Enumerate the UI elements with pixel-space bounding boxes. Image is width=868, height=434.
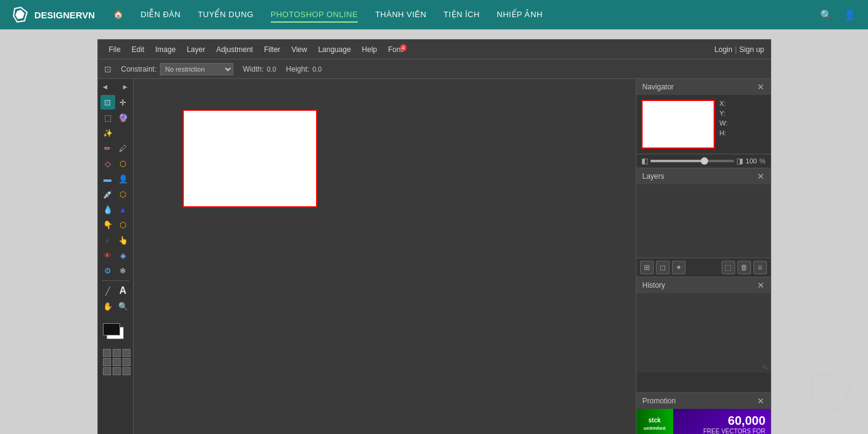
layers-close[interactable]: ✕ (757, 171, 764, 181)
rect-shape-tool[interactable]: ▬ (100, 171, 115, 186)
resize-handle[interactable]: ⤡ (762, 363, 768, 372)
menu-file[interactable]: File (104, 43, 126, 56)
constraint-select[interactable]: No restriction (160, 63, 233, 75)
layer-add-btn[interactable]: ◻ (656, 261, 670, 274)
water-drop-tool[interactable]: 💧 (100, 202, 115, 217)
eyedropper-tool[interactable]: 💉 (100, 187, 115, 201)
canvas-area[interactable] (134, 79, 636, 434)
burn-tool[interactable]: ● (100, 233, 115, 247)
stamp-tool[interactable]: 👤 (116, 171, 130, 186)
nav-h: H: (720, 129, 728, 137)
layers-header: Layers ✕ (636, 168, 771, 184)
height-label: Height: (286, 65, 309, 73)
right-panels: Navigator ✕ X: Y: W: H: ◧ (636, 79, 771, 434)
nav-links: 🏠 DIỄN ĐÀN TUYỂN DỤNG PHOTOSHOP ONLINE T… (113, 7, 802, 23)
nav-jobs[interactable]: TUYỂN DỤNG (198, 7, 254, 23)
snowflake-tool[interactable]: ❄ (116, 263, 130, 278)
color-swatches[interactable] (103, 323, 131, 342)
brush-tool[interactable]: 🖊 (116, 141, 130, 155)
nav-w: W: (720, 119, 728, 127)
zoom-percent: % (760, 157, 766, 165)
promo-free-text: FREE VECTORS FOR (703, 428, 766, 434)
constraint-label: Constraint: (121, 65, 157, 73)
zoom-out-icon[interactable]: ◧ (641, 157, 648, 165)
promotion-content[interactable]: stckunlimited 60,000 FREE VECTORS FOR (636, 409, 771, 434)
fill-tool[interactable]: ⬡ (116, 156, 130, 171)
zoom-tool[interactable]: 🔍 (116, 299, 130, 313)
move-tool[interactable]: ✛ (116, 95, 130, 110)
svg-line-3 (822, 386, 840, 405)
menu-adjustment[interactable]: Adjustment (211, 43, 258, 56)
toolbar-nav: ◄ ► (98, 81, 133, 92)
pencil-tool[interactable]: ✏ (100, 141, 115, 155)
promotion-close[interactable]: ✕ (757, 396, 764, 406)
pan-tool[interactable]: ✋ (100, 299, 115, 313)
toolbar-prev[interactable]: ◄ (102, 83, 109, 91)
blur-tool[interactable]: 👆 (116, 233, 130, 247)
crop-icon[interactable]: ⊡ (104, 64, 111, 74)
search-icon[interactable]: 🔍 (820, 9, 832, 21)
watermark (807, 371, 856, 422)
grid-cell (113, 367, 121, 375)
menu-filter[interactable]: Filter (259, 43, 285, 56)
history-close[interactable]: ✕ (757, 280, 764, 290)
width-value: 0.0 (267, 65, 276, 73)
nav-members[interactable]: THÀNH VIÊN (375, 7, 426, 23)
site-logo[interactable]: DESIGNERVN (12, 6, 95, 23)
toolbar-next[interactable]: ► (122, 83, 129, 91)
nav-utilities[interactable]: TIỆN ÍCH (443, 7, 480, 23)
promo-number: 60,000 (728, 414, 765, 428)
zoom-in-icon[interactable]: ◨ (736, 157, 743, 165)
nav-forum[interactable]: DIỄN ĐÀN (140, 7, 180, 23)
navigator-close[interactable]: ✕ (757, 82, 764, 92)
tool-grid: ⊡ ✛ ⬚ 🔮 ✨ ✏ 🖊 ◇ ⬡ ▬ 👤 (98, 95, 133, 278)
zoom-slider[interactable] (651, 160, 734, 162)
layer-mask-btn[interactable]: ⬚ (722, 261, 735, 274)
menu-image[interactable]: Image (151, 43, 181, 56)
menu-help[interactable]: Help (357, 43, 382, 56)
foreground-color-swatch[interactable] (103, 323, 120, 335)
menu-view[interactable]: View (287, 43, 312, 56)
select-tool[interactable]: ⊡ (100, 95, 115, 110)
smudge-tool[interactable]: ⬡ (116, 217, 130, 232)
grid-cell (113, 349, 121, 357)
eraser-tool[interactable]: ◇ (100, 156, 115, 171)
editor-container: File Edit Image Layer Adjustment Filter … (97, 39, 771, 434)
nav-photoshop[interactable]: PHOTOSHOP ONLINE (271, 7, 358, 23)
signup-button[interactable]: Sign up (739, 45, 764, 54)
menu-language[interactable]: Language (313, 43, 355, 56)
nav-photography[interactable]: NHIẾP ẢNH (497, 7, 543, 23)
lasso-tool[interactable]: 🔮 (116, 110, 130, 125)
login-button[interactable]: Login (714, 45, 732, 54)
constraint-control: Constraint: No restriction (121, 63, 233, 75)
menu-font[interactable]: Font 4 (383, 43, 408, 56)
pen-line-tool[interactable]: ╱ (100, 283, 115, 298)
nav-home[interactable]: 🏠 (113, 7, 124, 23)
hand-down-tool[interactable]: 👇 (100, 217, 115, 232)
magic-wand-tool[interactable]: ✨ (100, 125, 115, 140)
layer-delete-btn[interactable]: 🗑 (738, 261, 751, 274)
layer-link-btn[interactable]: ⊞ (640, 261, 654, 274)
promotion-panel: Promotion ✕ stckunlimited 60,000 FREE VE… (636, 393, 771, 434)
history-content: ⤡ (636, 293, 771, 373)
menu-edit[interactable]: Edit (127, 43, 149, 56)
user-icon[interactable]: 👤 (843, 9, 856, 21)
gradient-tool[interactable]: ⬡ (116, 187, 130, 201)
promo-logo: stckunlimited (644, 417, 666, 432)
gear-sphere-tool[interactable]: ⚙ (100, 263, 115, 278)
nav-x: X: (720, 100, 728, 107)
layer-menu-btn[interactable]: ≡ (753, 261, 767, 274)
menu-layer[interactable]: Layer (182, 43, 210, 56)
cone-tool[interactable]: ▲ (116, 202, 130, 217)
nav-icons: 🔍 👤 (820, 9, 856, 21)
marquee-tool[interactable]: ⬚ (100, 110, 115, 125)
toolbar: ⊡ Constraint: No restriction Width: 0.0 … (98, 59, 771, 79)
red-eye-tool[interactable]: 👁 (100, 248, 115, 263)
clone-tool[interactable]: ◈ (116, 248, 130, 263)
tool-divider (102, 280, 129, 281)
left-toolbar: ◄ ► ⊡ ✛ ⬚ 🔮 ✨ ✏ 🖊 ◇ (98, 79, 134, 434)
layer-fx-btn[interactable]: ✦ (672, 261, 685, 274)
text-tool[interactable]: A (116, 283, 130, 298)
font-badge: 4 (400, 44, 407, 51)
navigator-panel: Navigator ✕ X: Y: W: H: ◧ (636, 79, 771, 168)
